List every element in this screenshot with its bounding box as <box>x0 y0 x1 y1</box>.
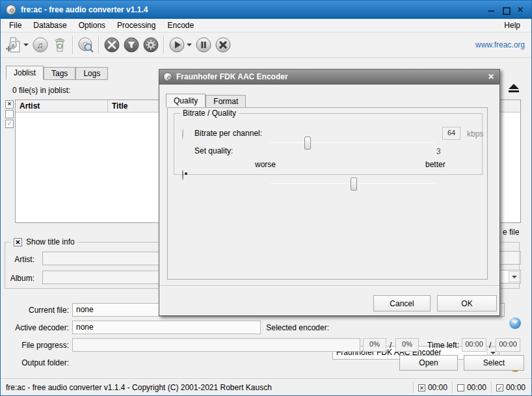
file-progress-bar <box>72 338 360 352</box>
bitrate-slider <box>270 136 434 150</box>
time-value: 00:00 <box>428 383 447 392</box>
tab-tags[interactable]: Tags <box>44 67 75 80</box>
slider-track <box>270 142 434 143</box>
dialog-close-icon[interactable]: ✕ <box>488 72 494 81</box>
quality-label: Set quality: <box>194 146 233 155</box>
cddb-query-button[interactable] <box>76 35 96 55</box>
menu-processing[interactable]: Processing <box>111 19 161 32</box>
menu-bar: File Database Options Processing Encode … <box>1 19 531 33</box>
freac-website-link[interactable]: www.freac.org <box>475 40 525 49</box>
window-title: fre:ac - free audio converter v1.1.4 <box>21 5 148 14</box>
quality-slider <box>270 177 434 191</box>
menu-options[interactable]: Options <box>73 19 111 32</box>
add-files-dropdown-icon[interactable] <box>23 44 29 46</box>
quality-radio[interactable] <box>182 170 183 180</box>
toolbar-separator <box>98 36 100 54</box>
time-left-total-box: 00:00 <box>496 338 520 352</box>
scale-better-label: better <box>425 160 446 169</box>
bitrate-label: Bitrate per channel: <box>194 129 262 138</box>
minimize-icon[interactable] <box>488 7 495 13</box>
tab-quality[interactable]: Quality <box>166 94 206 108</box>
checked-icon: ✓ <box>496 384 503 391</box>
album-label: Album: <box>1 274 34 283</box>
open-folder-button[interactable]: Open <box>399 355 458 371</box>
eject-icon[interactable] <box>509 84 519 92</box>
active-decoder-label: Active decoder: <box>1 323 69 332</box>
show-title-info-label: Show title info <box>26 237 75 246</box>
active-decoder-field: none <box>72 321 261 334</box>
total-percent-box: 0% <box>395 338 419 352</box>
select-all-button[interactable]: ✕ <box>5 100 14 109</box>
clear-joblist-button[interactable] <box>50 35 70 55</box>
dialog-separator <box>159 285 499 287</box>
stop-encoding-button[interactable] <box>213 35 233 55</box>
current-file-label: Current file: <box>1 306 69 315</box>
time-value: 00:00 <box>467 383 486 392</box>
add-files-button[interactable]: ♪ <box>4 35 23 55</box>
file-progress-label: File progress: <box>1 341 69 350</box>
status-cell-total: ✓ 00:00 <box>491 382 530 393</box>
dialog-title-bar: Fraunhofer FDK AAC Encoder ✕ <box>159 70 499 85</box>
dialog-title: Fraunhofer FDK AAC Encoder <box>176 72 288 81</box>
status-bar: fre:ac - free audio converter v1.1.4 - C… <box>1 378 531 396</box>
artist-field[interactable] <box>42 252 159 265</box>
tab-format[interactable]: Format <box>206 95 246 108</box>
menu-file[interactable]: File <box>3 19 27 32</box>
start-encoding-button[interactable] <box>167 35 187 55</box>
dialog-tabs: Quality Format <box>166 94 246 108</box>
quality-value: 3 <box>436 147 441 156</box>
joblist-count: 0 file(s) in joblist: <box>12 86 70 95</box>
ok-button[interactable]: OK <box>437 295 497 311</box>
menu-encode[interactable]: Encode <box>161 19 200 32</box>
tab-joblist[interactable]: Joblist <box>6 66 44 80</box>
title-bar: fre:ac - free audio converter v1.1.4 ✕ <box>1 1 531 19</box>
freac-logo-icon <box>163 72 172 81</box>
partial-label: e file <box>503 228 522 237</box>
pause-encoding-button[interactable] <box>194 35 213 55</box>
column-artist: Artist <box>16 100 108 112</box>
maximize-icon[interactable] <box>503 7 509 13</box>
group-title: Bitrate / Quality <box>180 109 239 118</box>
scale-worse-label: worse <box>255 160 276 169</box>
show-title-info-checkbox[interactable]: ✕ <box>14 238 22 246</box>
rip-audio-cd-button[interactable]: ♫ <box>31 35 50 55</box>
bitrate-value-box[interactable]: 64 <box>442 127 460 140</box>
time-left-file-box: 00:00 <box>462 338 486 352</box>
toolbar: ♪ ♫ <box>1 33 531 58</box>
album-field[interactable] <box>42 271 159 284</box>
toggle-selection-button[interactable]: ✓ <box>5 120 14 128</box>
freac-logo-icon <box>6 5 16 15</box>
checked-x-icon: ✕ <box>418 384 425 391</box>
toolbar-separator <box>163 36 165 54</box>
encoder-dialog: Fraunhofer FDK AAC Encoder ✕ Quality For… <box>159 69 500 316</box>
slash: / <box>489 341 491 350</box>
slash: / <box>390 341 392 350</box>
encoder-settings-button[interactable] <box>141 35 161 55</box>
selected-encoder-label: Selected encoder: <box>261 323 329 332</box>
status-cell-unselected: 00:00 <box>452 382 491 393</box>
app-window: fre:ac - free audio converter v1.1.4 ✕ F… <box>0 0 532 396</box>
processing-status-icon[interactable] <box>509 317 521 329</box>
bitrate-radio[interactable] <box>182 129 183 139</box>
select-none-button[interactable] <box>5 110 14 118</box>
general-settings-button[interactable] <box>102 35 122 55</box>
output-folder-label: Output folder: <box>1 358 69 367</box>
start-encoding-dropdown-icon[interactable] <box>187 44 192 46</box>
svg-text:♫: ♫ <box>37 40 44 50</box>
close-icon[interactable]: ✕ <box>517 7 524 13</box>
bitrate-slider-thumb[interactable] <box>304 137 311 150</box>
quality-slider-thumb[interactable] <box>351 178 357 191</box>
toolbar-separator <box>72 36 73 54</box>
select-folder-button[interactable]: Select <box>464 355 524 371</box>
time-value: 00:00 <box>506 383 525 392</box>
artist-label: Artist: <box>1 255 34 264</box>
menu-database[interactable]: Database <box>27 19 72 32</box>
unchecked-icon <box>457 384 464 391</box>
bitrate-unit: kbps <box>467 129 483 139</box>
status-text: fre:ac - free audio converter v1.1.4 - C… <box>6 383 272 392</box>
cancel-button[interactable]: Cancel <box>373 295 431 311</box>
menu-help[interactable]: Help <box>498 19 526 32</box>
signal-processing-button[interactable] <box>122 35 141 55</box>
main-tabs: Joblist Tags Logs <box>6 66 108 80</box>
tab-logs[interactable]: Logs <box>75 67 108 80</box>
